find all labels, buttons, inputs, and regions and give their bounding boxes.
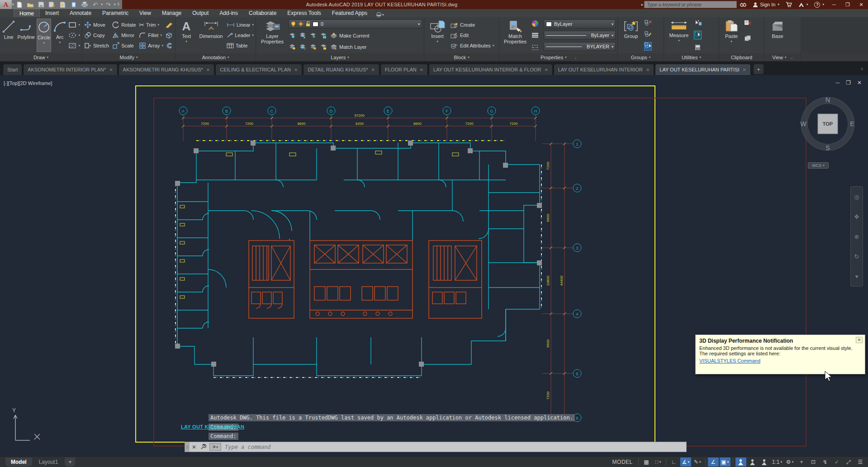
tab-close-icon[interactable]: ✕ [420, 67, 423, 72]
panel-label-view[interactable]: View▾⌟ [764, 53, 801, 61]
array-button[interactable]: Array▾ [139, 41, 163, 51]
menu-tab-output[interactable]: Output [187, 9, 214, 17]
redo-caret-icon[interactable]: ▾ [114, 3, 116, 6]
viewport-restore-icon[interactable]: ❐ [846, 80, 851, 86]
layer-isolate-icon[interactable] [299, 33, 307, 38]
file-tab[interactable]: LAY OUT KESELURUHAN INTERIOR✕ [554, 64, 654, 75]
menu-tab-express-tools[interactable]: Express Tools [282, 9, 326, 17]
object-snap-icon[interactable]: ▣▾ [720, 458, 730, 467]
layer-lock-icon[interactable] [320, 33, 327, 38]
annotation-scale-flyout-icon[interactable] [759, 458, 770, 467]
grid-icon[interactable]: ▦ [641, 458, 652, 467]
panel-label-properties[interactable]: Properties▾⌟ [499, 53, 618, 61]
copy-button[interactable]: Copy [84, 30, 110, 40]
tab-overflow-menu[interactable]: ⌄⌃ [860, 66, 863, 75]
make-current-button[interactable]: Make Current [330, 31, 370, 41]
linetype-select[interactable]: BYLAYER▾ [544, 42, 616, 51]
mirror-button[interactable]: Mirror [112, 30, 137, 40]
orbit-icon[interactable]: ↻ [854, 253, 859, 260]
viewcube-east[interactable]: E [850, 120, 854, 127]
polyline-button[interactable]: Polyline [17, 19, 35, 52]
viewcube-south[interactable]: S [825, 144, 830, 151]
model-space-toggle[interactable]: MODEL [609, 459, 636, 465]
object-snap-tracking-icon[interactable]: ∠ [708, 458, 719, 467]
panel-label-draw[interactable]: Draw▾ [0, 53, 82, 61]
stretch-button[interactable]: Stretch [84, 41, 110, 51]
layer-thaw-all-icon[interactable] [299, 44, 307, 50]
viewcube-north[interactable]: N [825, 96, 830, 104]
object-color-select[interactable]: ByLayer▾ [544, 19, 616, 28]
panel-label-layers[interactable]: Layers▾ [256, 53, 424, 61]
layer-select[interactable]: 0 ▾ [289, 19, 422, 28]
undo-caret-icon[interactable]: ▾ [101, 3, 103, 6]
hatch-tool-icon[interactable]: ▾ [68, 41, 80, 51]
table-button[interactable]: Table [227, 41, 254, 51]
panel-label-groups[interactable]: Groups▾ [618, 53, 664, 61]
customization-icon[interactable]: ☰ [855, 458, 866, 467]
graphics-performance-icon[interactable]: ↯ [820, 458, 830, 467]
lineweight-icon[interactable] [531, 33, 539, 39]
move-button[interactable]: Move [84, 20, 110, 30]
new-drawing-tab-button[interactable]: + [754, 64, 764, 74]
color-wheel-icon[interactable] [531, 20, 539, 27]
menu-tab-home[interactable]: Home [14, 9, 40, 17]
menu-tab-insert[interactable]: Insert [40, 9, 64, 17]
file-tab[interactable]: FLOOR PLAN✕ [380, 64, 428, 75]
arc-button[interactable]: Arc▾ [53, 19, 66, 52]
new-layout-button[interactable]: + [65, 458, 75, 467]
group-edit-icon[interactable] [644, 31, 652, 37]
command-line-dock[interactable]: ⣿ ✕ >▾ Type a command [185, 442, 687, 452]
circle-button[interactable]: Circle▾ [37, 19, 51, 52]
insert-button[interactable]: Insert▾ [426, 19, 449, 52]
polar-tracking-icon[interactable]: ∡▾ [680, 458, 691, 467]
copy-clip-icon[interactable] [744, 35, 751, 41]
block-create-button[interactable]: Create [451, 20, 497, 30]
rotate-button[interactable]: Rotate [112, 20, 137, 30]
help-icon[interactable]: ?▾ [811, 0, 827, 9]
visualstyles-command-link[interactable]: VISUALSTYLES Command [699, 358, 760, 363]
tab-close-icon[interactable]: ✕ [109, 67, 113, 72]
close-button[interactable]: ✕ [854, 0, 868, 9]
app-store-cart-icon[interactable] [783, 0, 795, 9]
annotation-scale-value[interactable]: 1:1▾ [771, 458, 783, 467]
viewport-controls-label[interactable]: [-][Top][2D Wireframe] [4, 80, 52, 86]
panel-label-clipboard[interactable]: Clipboard [719, 53, 764, 61]
base-button[interactable]: Base [766, 19, 789, 52]
tab-close-icon[interactable]: ✕ [206, 67, 210, 72]
quick-calculator-icon[interactable] [694, 44, 702, 51]
menu-tab-parametric[interactable]: Parametric [97, 9, 134, 17]
menu-tab-manage[interactable]: Manage [157, 9, 187, 17]
logo-caret-icon[interactable]: ▾ [12, 3, 14, 6]
tab-close-icon[interactable]: ✕ [646, 67, 650, 72]
edit-attributes-button[interactable]: Edit Attributes▾ [451, 41, 497, 51]
layer-unlock-all-icon[interactable] [320, 44, 327, 50]
viewport-close-icon[interactable]: ✕ [857, 80, 862, 86]
qat-customize-icon[interactable]: ▿̄ [118, 2, 120, 7]
redo-icon[interactable]: ↷ [103, 0, 113, 9]
quick-select-icon[interactable] [694, 20, 702, 26]
file-tab[interactable]: CEILING & ELECTRICAL PLAN✕ [215, 64, 302, 75]
menu-tab-featured-apps[interactable]: Featured Apps [327, 9, 373, 17]
new-file-icon[interactable] [14, 0, 24, 9]
panel-label-modify[interactable]: Modify▾ [82, 53, 175, 61]
measure-button[interactable]: Measure▾ [666, 19, 692, 52]
isolate-objects-icon[interactable]: ⊡ [808, 458, 819, 467]
match-layer-button[interactable]: Match Layer [330, 42, 367, 52]
select-similar-icon[interactable] [694, 31, 702, 39]
viewcube-west[interactable]: W [800, 120, 806, 127]
paste-button[interactable]: Paste▾ [721, 19, 742, 52]
undo-icon[interactable]: ↶ [90, 0, 100, 9]
tab-close-icon[interactable]: ✕ [294, 67, 298, 72]
snap-icon[interactable]: ∷▾ [653, 458, 664, 467]
layer-properties-button[interactable]: Layer Properties [258, 19, 287, 52]
hardware-acceleration-icon[interactable]: ✓ [831, 458, 842, 467]
layout-tab-model[interactable]: Model [5, 458, 32, 467]
crosshair-plus-icon[interactable]: + [796, 458, 807, 467]
autoscale-icon[interactable] [747, 458, 758, 467]
layer-on-all-icon[interactable] [289, 44, 296, 50]
pan-icon[interactable]: ✥ [854, 213, 859, 220]
zoom-extents-icon[interactable]: ⊕ [854, 233, 859, 240]
search-binoculars-icon[interactable] [737, 0, 749, 9]
open-folder-icon[interactable] [25, 0, 35, 9]
autodesk-share-icon[interactable]: ▾ [795, 0, 811, 9]
